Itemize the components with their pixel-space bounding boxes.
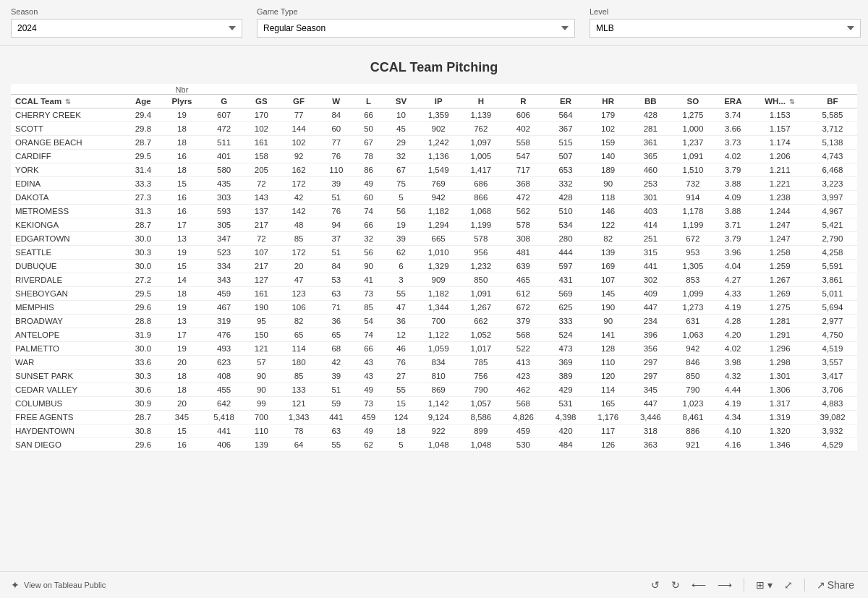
cell-so: 1,178 (672, 205, 715, 218)
th-so[interactable]: SO (672, 95, 715, 108)
cell-w: 94 (320, 218, 352, 232)
col-header-nbr: Nbr (161, 84, 203, 95)
cell-ip: 769 (417, 177, 460, 191)
th-r[interactable]: R (502, 95, 545, 108)
cell-r: 368 (502, 177, 545, 191)
cell-bb: 3,446 (629, 411, 672, 424)
cell-gs: 139 (245, 438, 278, 452)
th-er[interactable]: ER (545, 95, 587, 108)
table-row: DUBUQUE30.01533421720849061,3291,2326395… (11, 260, 857, 273)
cell-w: 51 (320, 246, 352, 260)
cell-so: 1,063 (672, 328, 715, 342)
th-bb[interactable]: BB (629, 95, 672, 108)
cell-g: 642 (203, 397, 245, 411)
cell-hr: 140 (587, 150, 629, 163)
cell-hr: 120 (587, 370, 629, 383)
cell-bb: 297 (629, 356, 672, 370)
cell-gs: 161 (245, 136, 278, 150)
cell-r: 481 (502, 246, 545, 260)
cell-l: 66 (352, 342, 385, 356)
cell-h: 1,199 (459, 218, 502, 232)
th-age[interactable]: Age (125, 95, 161, 108)
th-g[interactable]: G (203, 95, 245, 108)
cell-g: 408 (203, 370, 245, 383)
cell-ip: 1,059 (417, 342, 460, 356)
cell-era: 3.73 (714, 136, 752, 150)
cell-bb: 297 (629, 370, 672, 383)
cell-er: 515 (545, 136, 587, 150)
cell-hr: 107 (587, 273, 629, 287)
cell-bb: 365 (629, 150, 672, 163)
cell-whip: 1.153 (752, 108, 808, 122)
th-hr[interactable]: HR (587, 95, 629, 108)
table-row: SHEBOYGAN29.5184591611236373551,1821,091… (11, 287, 857, 301)
cell-bf: 5,011 (808, 287, 857, 301)
cell-gf: 142 (278, 205, 320, 218)
table-row: FREE AGENTS28.73455,4187001,343441459124… (11, 411, 857, 424)
cell-hr: 146 (587, 205, 629, 218)
cell-ip: 1,182 (417, 205, 460, 218)
cell-l: 56 (352, 246, 385, 260)
cell-sv: 75 (385, 177, 417, 191)
cell-h: 1,057 (459, 397, 502, 411)
cell-h: 790 (459, 383, 502, 397)
th-w[interactable]: W (320, 95, 352, 108)
cell-plyrs: 13 (161, 315, 203, 328)
th-h[interactable]: H (459, 95, 502, 108)
cell-whip: 1.275 (752, 301, 808, 315)
cell-so: 1,000 (672, 122, 715, 136)
cell-w: 71 (320, 301, 352, 315)
cell-whip: 1.211 (752, 163, 808, 177)
cell-era: 4.33 (714, 287, 752, 301)
cell-team: KEKIONGA (11, 218, 125, 232)
cell-ip: 869 (417, 383, 460, 397)
cell-g: 343 (203, 273, 245, 287)
cell-hr: 145 (587, 287, 629, 301)
cell-bb: 403 (629, 205, 672, 218)
cell-bf: 3,997 (808, 191, 857, 205)
cell-whip: 1.281 (752, 315, 808, 328)
gametype-select[interactable]: Regular Season (257, 19, 575, 38)
cell-sv: 29 (385, 136, 417, 150)
season-filter-group: Season 2024 (11, 7, 242, 38)
cell-gf: 180 (278, 356, 320, 370)
cell-gf: 102 (278, 136, 320, 150)
cell-so: 853 (672, 273, 715, 287)
cell-gs: 700 (245, 411, 278, 424)
cell-so: 790 (672, 383, 715, 397)
cell-bb: 409 (629, 287, 672, 301)
th-ip[interactable]: IP (417, 95, 460, 108)
season-select[interactable]: 2024 (11, 19, 242, 38)
th-bf[interactable]: BF (808, 95, 857, 108)
cell-whip: 1.298 (752, 356, 808, 370)
cell-er: 420 (545, 424, 587, 438)
th-gs[interactable]: GS (245, 95, 278, 108)
cell-w: 76 (320, 150, 352, 163)
cell-age: 31.9 (125, 328, 161, 342)
th-sv[interactable]: SV (385, 95, 417, 108)
cell-bb: 318 (629, 424, 672, 438)
cell-sv: 124 (385, 411, 417, 424)
cell-g: 435 (203, 177, 245, 191)
th-gf[interactable]: GF (278, 95, 320, 108)
col-header-spacers (203, 84, 857, 95)
cell-gs: 158 (245, 150, 278, 163)
cell-l: 49 (352, 177, 385, 191)
cell-whip: 1.244 (752, 205, 808, 218)
th-team[interactable]: CCAL Team ⇅ (11, 95, 125, 108)
th-era[interactable]: ERA (714, 95, 752, 108)
th-l[interactable]: L (352, 95, 385, 108)
cell-era: 4.16 (714, 438, 752, 452)
th-whip[interactable]: WH... ⇅ (752, 95, 808, 108)
cell-er: 4,398 (545, 411, 587, 424)
cell-l: 78 (352, 150, 385, 163)
cell-bf: 4,258 (808, 246, 857, 260)
th-plyrs[interactable]: Plyrs (161, 95, 203, 108)
cell-er: 431 (545, 273, 587, 287)
cell-w: 59 (320, 397, 352, 411)
level-select[interactable]: MLB (590, 19, 861, 38)
cell-bb: 414 (629, 218, 672, 232)
cell-l: 62 (352, 438, 385, 452)
cell-plyrs: 13 (161, 232, 203, 246)
table-row: YORK31.41858020516211086671,5491,4177176… (11, 163, 857, 177)
